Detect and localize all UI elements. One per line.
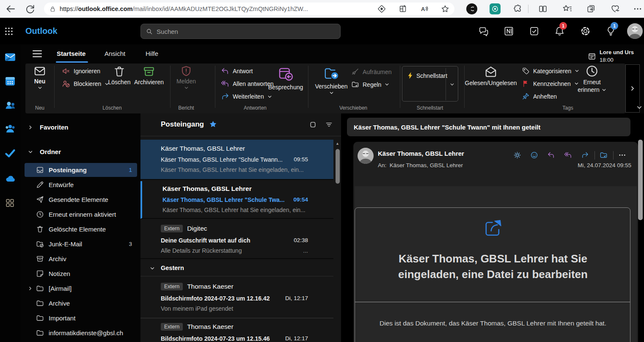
snooze-button[interactable]: Erneut erinnern [578, 64, 605, 93]
list-scrollbar-thumb[interactable] [336, 149, 340, 184]
browser-menu-icon[interactable] [633, 4, 642, 14]
email-row-2[interactable]: Käser Thomas, GBSL Lehrer Käser Thomas, … [140, 181, 333, 219]
ignore-button[interactable]: Ignorieren [62, 67, 100, 75]
chevron-down-icon[interactable] [450, 82, 454, 87]
extension-dashlane-icon[interactable] [466, 3, 477, 14]
folders-header[interactable]: Ordner [25, 148, 61, 155]
section-gestern[interactable]: Gestern [140, 260, 333, 276]
address-bar[interactable]: https://outlook.office.com/mail/inbox/id… [44, 3, 454, 15]
rail-mail-icon[interactable] [5, 52, 16, 63]
calendar-peek[interactable]: Lore und Urs 18:00 [600, 47, 634, 63]
email-time: 02:38 [294, 237, 308, 243]
browser-essentials-icon[interactable] [611, 4, 620, 14]
broom-icon [351, 68, 359, 76]
folder-icon [36, 314, 44, 322]
folder-deleted[interactable]: Gelöschte Elemente [25, 222, 137, 236]
rail-more-apps-icon[interactable] [5, 198, 15, 208]
meeting-button[interactable]: Besprechung [267, 65, 304, 91]
block-button[interactable]: Blockieren [62, 80, 109, 88]
tips-badge: 1 [611, 22, 618, 30]
favorites-header[interactable]: Favoriten [25, 124, 69, 131]
message-recipient[interactable]: Käser Thomas, GBSL Lehrer [390, 162, 463, 168]
rail-people-icon[interactable] [5, 100, 16, 111]
more-actions-icon[interactable] [618, 151, 626, 159]
workspaces-icon[interactable] [399, 5, 407, 13]
reading-scrollbar-thumb[interactable] [638, 140, 643, 220]
move-to-folder-icon[interactable] [600, 151, 608, 159]
onenote-icon[interactable] [504, 26, 514, 36]
reply-all-button[interactable]: Allen antworten [221, 80, 274, 88]
folder-snoozed[interactable]: Erneut erinnern aktiviert [25, 207, 137, 221]
email-row-1[interactable]: Käser Thomas, GBSL Lehrer Käser Thomas, … [140, 140, 333, 180]
rules-button[interactable]: Regeln [351, 80, 389, 88]
folder-important[interactable]: Important [25, 311, 137, 325]
email-row-3[interactable]: ExternDigitec Deine Gutschrift wartet au… [140, 220, 333, 259]
categorize-button[interactable]: Kategorisieren [522, 67, 579, 75]
email-sender-line: ExternThomas Kaeser [161, 323, 234, 331]
archive-button[interactable]: Archivieren [134, 65, 164, 86]
folder-archiv[interactable]: Archiv [25, 252, 137, 266]
split-screen-icon[interactable] [538, 4, 548, 14]
forward-button[interactable]: Weiterleiten [221, 92, 272, 101]
reply-all-icon[interactable] [564, 151, 572, 159]
browser-back-icon[interactable] [5, 3, 16, 14]
folder-notes[interactable]: Notizen [25, 267, 137, 281]
app-launcher-icon[interactable] [4, 26, 14, 36]
search-bar[interactable] [140, 24, 341, 39]
favorite-star-icon[interactable] [209, 120, 217, 128]
todo-icon[interactable] [529, 26, 539, 36]
collapse-ribbon-chevron-icon[interactable] [636, 105, 642, 110]
folder-sent[interactable]: Gesendete Elemente [25, 193, 137, 207]
rail-calendar-icon[interactable] [5, 76, 16, 87]
read-unread-button[interactable]: Gelesen/Ungelesen [459, 65, 523, 86]
search-input[interactable] [157, 28, 335, 35]
delete-button[interactable]: Löschen [105, 65, 134, 86]
quick-steps-box[interactable]: Schnellstart [402, 66, 458, 102]
message-list: Posteingang Käser Thomas, GBSL Lehrer Kä… [140, 113, 341, 342]
email-row-5[interactable]: ExternThomas Kaeser Bildschirmfoto 2024-… [140, 320, 333, 342]
folder-informatikdienste[interactable]: informatikdienste@gbsl.ch [25, 326, 137, 340]
move-button[interactable]: Verschieben [316, 65, 346, 95]
send-to-device-icon[interactable] [377, 5, 386, 13]
site-lock-icon[interactable] [49, 6, 56, 13]
sun-theme-icon[interactable] [513, 151, 521, 159]
favorite-star-icon[interactable] [441, 5, 449, 13]
scroll-up-arrow[interactable]: ▲ [336, 141, 339, 146]
rail-todo-icon[interactable] [5, 148, 16, 159]
reply-button[interactable]: Antwort [221, 67, 253, 75]
browser-refresh-icon[interactable] [25, 3, 36, 14]
account-avatar[interactable] [627, 23, 643, 39]
folder-inbox[interactable]: Posteingang 1 [25, 163, 137, 177]
sender-avatar[interactable] [358, 148, 374, 164]
reactions-smiley-icon[interactable] [530, 151, 538, 159]
rail-onedrive-icon[interactable] [5, 173, 16, 184]
sweep-button[interactable]: Aufräumen [351, 68, 391, 76]
message-sender-name[interactable]: Käser Thomas, GBSL Lehrer [378, 150, 464, 157]
email-row-4[interactable]: ExternThomas Kaeser Bildschirmfoto 2024-… [140, 277, 333, 318]
collections-icon[interactable] [586, 4, 596, 14]
new-mail-button[interactable]: Neu [27, 65, 52, 90]
read-aloud-icon[interactable]: A [420, 5, 428, 13]
select-messages-icon[interactable] [309, 121, 317, 129]
teams-chat-icon[interactable] [478, 26, 489, 36]
forward-icon[interactable] [581, 151, 589, 159]
nav-hamburger-icon[interactable] [32, 50, 42, 58]
folder-junk[interactable]: Junk-E-Mail 3 [25, 237, 137, 251]
settings-gear-icon[interactable] [580, 26, 591, 36]
extensions-puzzle-icon[interactable] [513, 4, 523, 14]
filter-icon[interactable] [325, 121, 333, 129]
folder-drafts[interactable]: Entwürfe [25, 178, 137, 192]
rail-groups-icon[interactable] [5, 123, 16, 134]
folder-archive-en[interactable]: Archive [25, 296, 137, 310]
tab-startseite[interactable]: Startseite [57, 44, 85, 63]
report-button[interactable]: Melden [173, 65, 199, 90]
tab-hilfe[interactable]: Hilfe [146, 44, 158, 63]
folder-airmail[interactable]: [Airmail] [25, 281, 137, 295]
reply-icon[interactable] [547, 151, 555, 159]
extension-teal-icon[interactable] [490, 3, 501, 14]
pin-button[interactable]: Anheften [522, 92, 557, 100]
favorites-bar-icon[interactable] [563, 4, 572, 14]
tab-ansicht[interactable]: Ansicht [105, 44, 125, 63]
outlook-wordmark[interactable]: Outlook [25, 18, 58, 44]
flag-button[interactable]: Kennzeichnen [522, 80, 579, 88]
